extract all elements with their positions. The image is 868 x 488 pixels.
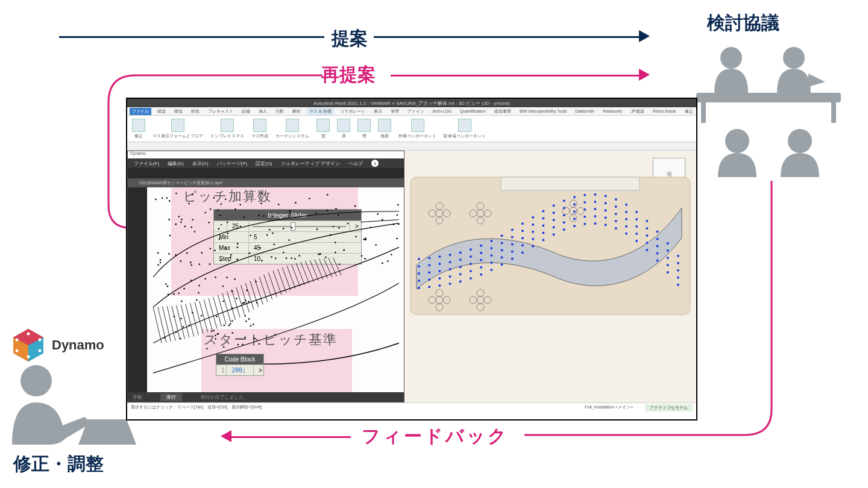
- integer-slider-node[interactable]: Integer Slider ⌃ 25 > Min5 Max45 Step10: [213, 209, 362, 264]
- svg-point-80: [511, 236, 514, 239]
- tab-precast[interactable]: プレキャスト: [206, 108, 236, 115]
- info-icon[interactable]: i: [371, 160, 379, 167]
- tab-mep[interactable]: 設備: [239, 108, 253, 115]
- tool-4[interactable]: カーテンシステム: [275, 118, 309, 139]
- slider-title: Integer Slider: [214, 210, 361, 221]
- tab-manage[interactable]: 管理: [388, 108, 401, 115]
- tab-jp[interactable]: JP建築: [629, 108, 647, 115]
- dynamo-title: Dynamo: [128, 151, 404, 158]
- svg-point-153: [459, 280, 462, 283]
- tab-struct[interactable]: 構造: [172, 108, 185, 115]
- svg-point-83: [542, 217, 544, 219]
- tool-9[interactable]: 外構コンポーネント: [398, 118, 436, 139]
- svg-point-226: [157, 252, 159, 254]
- svg-point-148: [677, 277, 679, 279]
- tab-kenchiku[interactable]: 建築事業: [492, 108, 514, 115]
- slider-out-port[interactable]: >: [350, 221, 361, 231]
- svg-point-130: [490, 261, 492, 264]
- tab-panasonic[interactable]: Panasonic: [600, 108, 625, 114]
- svg-point-342: [223, 325, 225, 327]
- tool-0[interactable]: 修正: [132, 118, 145, 139]
- svg-point-120: [656, 245, 659, 247]
- svg-point-116: [615, 213, 617, 215]
- ribbon-tools: 修正 マス表示フォームとフロア インプレイスマス マス作成 カーテンシステム 屋…: [127, 116, 696, 142]
- svg-line-177: [162, 307, 171, 342]
- svg-point-113: [583, 208, 586, 211]
- dm-view[interactable]: 表示(V): [192, 160, 209, 167]
- tool-7[interactable]: 壁: [357, 118, 371, 139]
- run-mode[interactable]: 手動: [133, 394, 142, 401]
- expand-icon[interactable]: ⌃: [214, 221, 227, 231]
- tab-insert[interactable]: 挿入: [256, 108, 269, 115]
- code-block-node[interactable]: Code Block 1 200; >: [216, 354, 264, 376]
- meeting-icon: [684, 37, 853, 182]
- tab-quant[interactable]: Quantification: [458, 108, 488, 114]
- tool-3[interactable]: マス作成: [251, 118, 268, 139]
- tab-bim[interactable]: BIM Interoperability Tools: [517, 108, 569, 114]
- svg-point-86: [573, 203, 576, 205]
- tab-rhino[interactable]: Rhino.Inside: [650, 108, 679, 114]
- svg-point-135: [542, 231, 544, 234]
- svg-point-339: [230, 323, 231, 325]
- svg-point-62: [594, 193, 596, 196]
- tab-addin[interactable]: アドイン: [405, 108, 427, 115]
- dynamo-menu: ファイル(F) 編集(E) 表示(V) パッケージ(P) 設定(O) ジェネレー…: [128, 158, 404, 168]
- tab-modify[interactable]: 修正: [682, 108, 696, 115]
- slider-track[interactable]: [249, 221, 350, 231]
- dynamo-tab[interactable]: 1031BIMAIN用ヤンマーピッチ変更30-2.dyn*: [128, 179, 404, 187]
- svg-point-125: [438, 277, 441, 280]
- min-val[interactable]: 5: [249, 232, 361, 242]
- cb-out-port[interactable]: >: [254, 365, 263, 375]
- tab-massing[interactable]: マス & 外構: [307, 108, 334, 115]
- tab-view[interactable]: 表示: [371, 108, 385, 115]
- cb-code[interactable]: 200;: [227, 365, 254, 375]
- svg-point-127: [459, 273, 462, 275]
- svg-point-72: [428, 264, 430, 266]
- tab-file[interactable]: ファイル: [130, 108, 151, 115]
- svg-point-47: [438, 255, 441, 258]
- dm-edit[interactable]: 編集(E): [168, 160, 184, 167]
- svg-point-335: [183, 326, 184, 328]
- svg-point-76: [470, 255, 472, 258]
- dm-file[interactable]: ファイル(F): [134, 160, 159, 167]
- dm-pkg[interactable]: パッケージ(P): [217, 160, 248, 167]
- svg-point-61: [583, 194, 586, 196]
- svg-point-103: [480, 259, 482, 261]
- tool-2[interactable]: インプレイスマス: [210, 118, 244, 139]
- svg-point-129: [480, 266, 482, 269]
- tool-10[interactable]: 駐車場コンポーネント: [444, 118, 486, 139]
- svg-point-142: [615, 220, 617, 222]
- feedback-arrow-head: [221, 430, 231, 442]
- svg-point-331: [162, 197, 163, 199]
- tab-annotate[interactable]: 注釈: [273, 108, 286, 115]
- dm-help[interactable]: ヘルプ: [348, 160, 363, 167]
- max-val[interactable]: 45: [249, 243, 361, 253]
- tab-archlog[interactable]: Arch-LOG: [430, 108, 454, 114]
- svg-point-75: [459, 258, 462, 261]
- dm-opt[interactable]: 設定(O): [256, 160, 272, 167]
- tool-1[interactable]: マス表示フォームとフロア: [153, 118, 203, 139]
- svg-line-186: [204, 299, 212, 330]
- tab-collab[interactable]: コラボレート: [338, 108, 368, 115]
- tab-datasmith[interactable]: Datasmith: [573, 108, 597, 114]
- dm-gen[interactable]: ジェネレーティブ デザイン: [281, 160, 340, 167]
- svg-point-334: [155, 199, 157, 201]
- person-laptop-icon: [0, 354, 139, 451]
- tab-rebar[interactable]: 鉄筋: [189, 108, 202, 115]
- run-button[interactable]: 実行: [160, 393, 182, 401]
- svg-point-252: [370, 227, 371, 229]
- svg-point-279: [168, 219, 170, 221]
- slider-value: 25: [227, 221, 249, 231]
- quick-access-bar: [127, 142, 696, 151]
- svg-point-51: [480, 245, 482, 247]
- tab-analyze[interactable]: 解析: [290, 108, 303, 115]
- svg-point-114: [594, 208, 596, 210]
- tool-5[interactable]: 屋: [316, 118, 330, 139]
- tool-6[interactable]: 床: [337, 118, 350, 139]
- step-val[interactable]: 10: [249, 254, 361, 264]
- revit-3d-view[interactable]: 南: [404, 151, 696, 402]
- tool-8[interactable]: 地形: [378, 118, 391, 139]
- svg-point-156: [490, 269, 492, 271]
- tab-arch[interactable]: 建築: [155, 108, 168, 115]
- dynamo-canvas[interactable]: ピッチ加算数 スタートピッチ基準 Integer Slider ⌃ 25 > M…: [147, 187, 404, 392]
